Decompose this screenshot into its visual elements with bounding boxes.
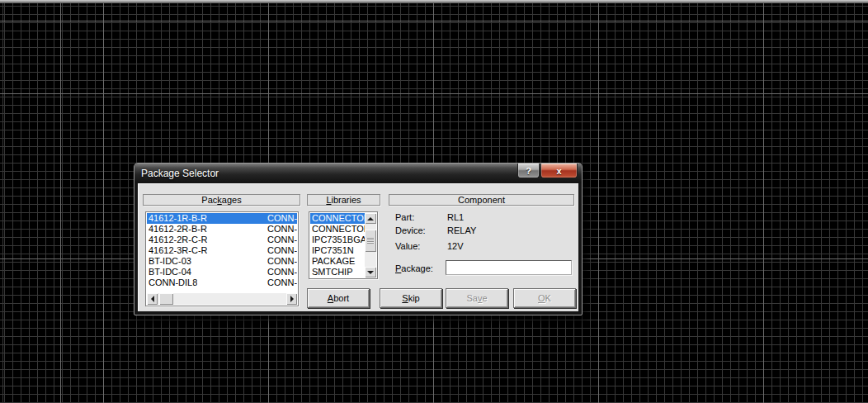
packages-header: Packages: [143, 194, 300, 206]
library-row[interactable]: PACKAGE: [310, 256, 365, 267]
ok-button[interactable]: OK: [513, 288, 576, 308]
package-row[interactable]: BT-IDC-04CONN-D: [147, 267, 297, 277]
skip-button[interactable]: Skip: [380, 288, 442, 308]
packages-rows: 41612-1R-B-RCONN-D 41612-2R-B-RCONN-D 41…: [147, 213, 297, 293]
packages-listbox: 41612-1R-B-RCONN-D 41612-2R-B-RCONN-D 41…: [145, 211, 299, 306]
dialog-titlebar[interactable]: Package Selector ? x: [134, 164, 582, 183]
vertical-scroll-thumb[interactable]: [365, 230, 376, 252]
help-button[interactable]: ?: [517, 164, 540, 178]
package-row[interactable]: BT-IDC-03CONN-D: [147, 256, 297, 267]
up-arrow-icon: [367, 217, 374, 220]
package-input[interactable]: [446, 260, 572, 275]
library-row[interactable]: IPC7351BGA: [310, 235, 365, 245]
close-icon: x: [556, 166, 561, 176]
part-value: RL1: [447, 212, 464, 222]
scroll-down-button[interactable]: [365, 267, 376, 277]
libraries-listbox: CONNECTOR CONNECTOR IPC7351BGA IPC7351N …: [309, 211, 378, 279]
libraries-header: Libraries: [307, 194, 380, 206]
help-icon: ?: [526, 166, 531, 176]
dialog-client-area: Packages Libraries Component 41612-1R-B-…: [138, 183, 578, 311]
device-label: Device:: [395, 225, 426, 235]
scroll-left-button[interactable]: [147, 293, 158, 305]
save-button[interactable]: Save: [446, 288, 508, 308]
screen-top-edge: [0, 0, 868, 3]
package-field-label: Package:: [395, 263, 433, 273]
package-row[interactable]: 41612-1R-B-RCONN-D: [147, 213, 297, 224]
package-row[interactable]: 41612-2R-B-RCONN-D: [147, 224, 297, 235]
pcb-canvas: { "window": { "title": "Package Selector…: [0, 0, 868, 403]
library-row[interactable]: IPC7351N: [310, 245, 365, 256]
close-button[interactable]: x: [540, 164, 578, 178]
value-label: Value:: [395, 241, 420, 251]
caption-buttons: ? x: [517, 164, 578, 178]
libraries-rows: CONNECTOR CONNECTOR IPC7351BGA IPC7351N …: [310, 213, 365, 277]
component-header: Component: [389, 194, 574, 206]
right-arrow-icon: [290, 296, 294, 302]
part-label: Part:: [395, 212, 414, 222]
scroll-right-button[interactable]: [286, 293, 297, 305]
package-row[interactable]: CONN-DIL8CONN-D: [147, 277, 297, 288]
package-selector-dialog: Package Selector ? x Packages Libraries …: [134, 163, 583, 315]
library-row[interactable]: CONNECTOR: [310, 213, 365, 224]
device-value: RELAY: [447, 225, 476, 235]
package-row[interactable]: 41612-3R-C-RCONN-D: [147, 245, 297, 256]
horizontal-scroll-thumb[interactable]: [159, 293, 173, 305]
abort-button[interactable]: Abort: [307, 288, 370, 308]
value-value: 12V: [447, 241, 464, 251]
package-row[interactable]: 41612-2R-C-RCONN-D: [147, 235, 297, 245]
scroll-up-button[interactable]: [365, 213, 376, 224]
left-arrow-icon: [151, 296, 154, 302]
down-arrow-icon: [367, 271, 374, 274]
packages-horizontal-scrollbar[interactable]: [147, 293, 297, 305]
dialog-title: Package Selector: [141, 168, 219, 179]
libraries-vertical-scrollbar[interactable]: [365, 213, 376, 277]
library-row[interactable]: SMTCHIP: [310, 267, 365, 277]
thumb-grip-icon: [367, 238, 374, 244]
library-row[interactable]: CONNECTOR: [310, 224, 365, 235]
